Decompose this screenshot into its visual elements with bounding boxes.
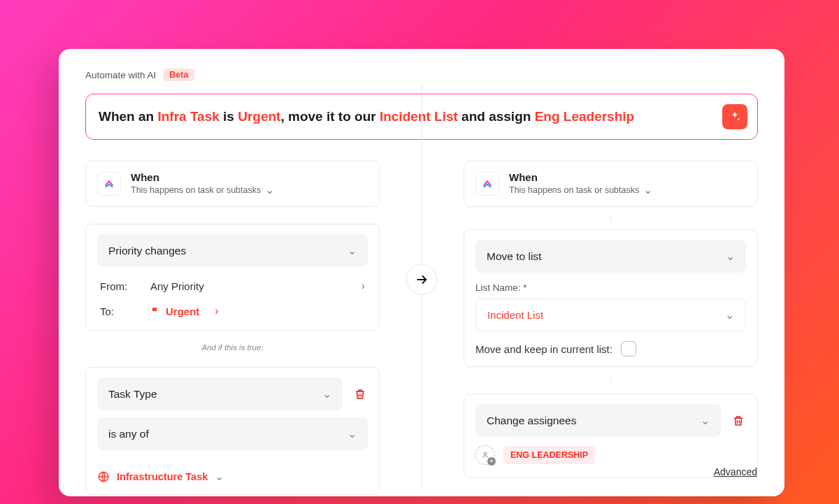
chevron-down-icon: ⌄ <box>347 427 357 440</box>
chevron-down-icon: ⌄ <box>643 183 652 196</box>
when-card-right[interactable]: When This happens on task or subtasks ⌄ <box>464 161 758 207</box>
trash-icon <box>732 414 745 428</box>
delete-action-button[interactable] <box>731 414 746 428</box>
filter-value-chip[interactable]: Infrastructure Task ⌄ <box>97 460 368 483</box>
when-title: When <box>131 171 274 183</box>
action-select-assignees[interactable]: Change assignees ⌄ <box>475 404 721 437</box>
svg-point-1 <box>484 452 487 455</box>
clickup-icon <box>97 172 121 196</box>
chevron-right-icon: › <box>215 305 218 317</box>
from-row[interactable]: From: Any Priority › <box>97 277 368 302</box>
ai-generate-button[interactable] <box>722 104 747 129</box>
chevron-right-icon: › <box>361 280 365 292</box>
when-subtitle: This happens on task or subtasks ⌄ <box>131 183 274 196</box>
move-list-card: Move to list ⌄ List Name: * Incident Lis… <box>464 229 758 367</box>
chevron-down-icon: ⌄ <box>347 244 357 257</box>
action-select-move[interactable]: Move to list ⌄ <box>475 240 746 273</box>
advanced-link[interactable]: Advanced <box>714 466 757 477</box>
automate-ai-header: Automate with AI Beta <box>85 69 758 81</box>
chevron-down-icon: ⌄ <box>265 183 274 196</box>
chevron-down-icon: ⌄ <box>725 308 734 322</box>
prompt-text: When an Infra Task is Urgent, move it to… <box>99 108 714 126</box>
clickup-icon <box>475 172 499 196</box>
chevron-down-icon: ⌄ <box>215 470 224 483</box>
list-name-label: List Name: * <box>475 282 746 293</box>
delete-filter-button[interactable] <box>352 387 368 401</box>
filter-op-select[interactable]: is any of ⌄ <box>97 417 368 450</box>
arrow-icon <box>406 264 437 295</box>
trigger-card: Priority changes ⌄ From: Any Priority › … <box>85 224 380 331</box>
person-icon <box>481 451 489 459</box>
urgent-value: Urgent <box>150 305 199 317</box>
keep-label: Move and keep in current list: <box>475 343 612 355</box>
when-title: When <box>509 171 652 183</box>
change-assignees-card: Change assignees ⌄ ENG LEADERSHIP Ad <box>464 394 758 478</box>
automate-ai-label: Automate with AI <box>85 70 156 80</box>
list-name-select[interactable]: Incident List ⌄ <box>475 298 746 331</box>
when-card-left[interactable]: When This happens on task or subtasks ⌄ <box>85 161 380 207</box>
chevron-down-icon: ⌄ <box>726 250 735 263</box>
flag-icon <box>150 306 160 316</box>
beta-badge: Beta <box>163 69 194 81</box>
add-assignee-button[interactable] <box>475 445 495 465</box>
automation-panel: Automate with AI Beta When an Infra Task… <box>59 49 784 496</box>
globe-icon <box>97 470 110 483</box>
filter-card: Task Type ⌄ is any of ⌄ Infrastructure <box>85 367 380 495</box>
and-if-label: And if this is true: <box>85 339 380 359</box>
trigger-select[interactable]: Priority changes ⌄ <box>97 234 368 267</box>
sparkle-icon <box>729 110 741 123</box>
filter-field-select[interactable]: Task Type ⌄ <box>97 377 343 410</box>
when-subtitle: This happens on task or subtasks ⌄ <box>509 183 652 196</box>
chevron-down-icon: ⌄ <box>322 387 331 401</box>
assignee-chip[interactable]: ENG LEADERSHIP <box>503 446 595 464</box>
trash-icon <box>354 387 366 401</box>
chevron-down-icon: ⌄ <box>701 414 710 427</box>
keep-in-list-checkbox[interactable] <box>621 341 636 357</box>
to-row[interactable]: To: Urgent › <box>97 302 368 320</box>
